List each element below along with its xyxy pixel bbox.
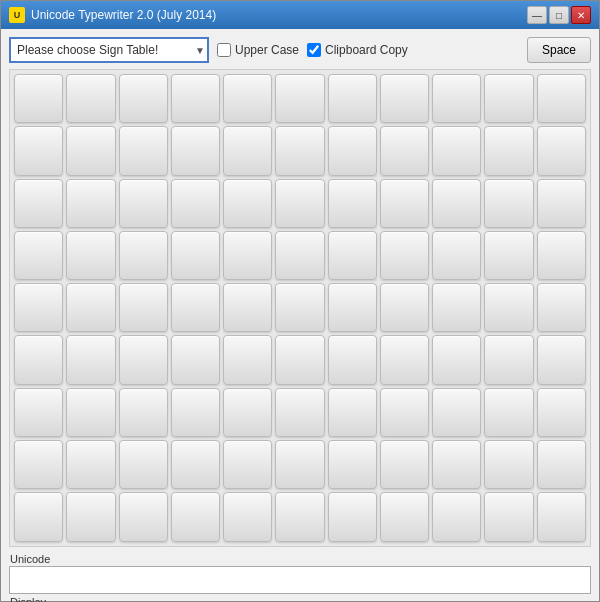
char-button[interactable] xyxy=(432,126,481,175)
char-button[interactable] xyxy=(432,388,481,437)
char-button[interactable] xyxy=(223,126,272,175)
uppercase-checkbox[interactable] xyxy=(217,43,231,57)
char-button[interactable] xyxy=(537,335,586,384)
char-button[interactable] xyxy=(171,388,220,437)
char-button[interactable] xyxy=(432,492,481,541)
char-button[interactable] xyxy=(432,231,481,280)
char-button[interactable] xyxy=(119,440,168,489)
char-button[interactable] xyxy=(119,492,168,541)
char-button[interactable] xyxy=(275,231,324,280)
char-button[interactable] xyxy=(14,388,63,437)
char-button[interactable] xyxy=(223,335,272,384)
char-button[interactable] xyxy=(275,283,324,332)
char-button[interactable] xyxy=(119,231,168,280)
char-button[interactable] xyxy=(484,492,533,541)
char-button[interactable] xyxy=(484,74,533,123)
char-button[interactable] xyxy=(223,283,272,332)
char-button[interactable] xyxy=(380,335,429,384)
char-button[interactable] xyxy=(380,492,429,541)
char-button[interactable] xyxy=(537,179,586,228)
char-button[interactable] xyxy=(537,231,586,280)
char-button[interactable] xyxy=(328,335,377,384)
char-button[interactable] xyxy=(328,126,377,175)
char-button[interactable] xyxy=(328,440,377,489)
char-button[interactable] xyxy=(432,179,481,228)
char-button[interactable] xyxy=(223,74,272,123)
char-button[interactable] xyxy=(171,231,220,280)
char-button[interactable] xyxy=(223,440,272,489)
char-button[interactable] xyxy=(432,335,481,384)
char-button[interactable] xyxy=(484,231,533,280)
char-button[interactable] xyxy=(119,74,168,123)
char-button[interactable] xyxy=(484,283,533,332)
char-button[interactable] xyxy=(328,179,377,228)
char-button[interactable] xyxy=(14,231,63,280)
char-button[interactable] xyxy=(223,231,272,280)
char-button[interactable] xyxy=(537,440,586,489)
char-button[interactable] xyxy=(171,126,220,175)
char-button[interactable] xyxy=(328,231,377,280)
char-button[interactable] xyxy=(66,388,115,437)
char-button[interactable] xyxy=(537,283,586,332)
char-button[interactable] xyxy=(380,440,429,489)
minimize-button[interactable]: — xyxy=(527,6,547,24)
char-button[interactable] xyxy=(119,179,168,228)
char-button[interactable] xyxy=(484,335,533,384)
char-button[interactable] xyxy=(275,388,324,437)
char-button[interactable] xyxy=(66,179,115,228)
close-button[interactable]: ✕ xyxy=(571,6,591,24)
char-button[interactable] xyxy=(432,283,481,332)
sign-table-select[interactable]: Please choose Sign Table! xyxy=(9,37,209,63)
char-button[interactable] xyxy=(275,335,324,384)
char-button[interactable] xyxy=(380,283,429,332)
char-button[interactable] xyxy=(380,179,429,228)
char-button[interactable] xyxy=(66,440,115,489)
char-button[interactable] xyxy=(66,492,115,541)
char-button[interactable] xyxy=(14,74,63,123)
char-button[interactable] xyxy=(484,440,533,489)
char-button[interactable] xyxy=(66,231,115,280)
char-button[interactable] xyxy=(537,126,586,175)
clipboard-copy-checkbox[interactable] xyxy=(307,43,321,57)
char-button[interactable] xyxy=(171,74,220,123)
char-button[interactable] xyxy=(432,74,481,123)
char-button[interactable] xyxy=(484,179,533,228)
char-button[interactable] xyxy=(484,126,533,175)
char-button[interactable] xyxy=(537,492,586,541)
char-button[interactable] xyxy=(171,492,220,541)
char-button[interactable] xyxy=(171,440,220,489)
char-button[interactable] xyxy=(119,283,168,332)
char-button[interactable] xyxy=(119,126,168,175)
char-button[interactable] xyxy=(328,492,377,541)
char-button[interactable] xyxy=(275,440,324,489)
char-button[interactable] xyxy=(223,388,272,437)
char-button[interactable] xyxy=(66,283,115,332)
char-button[interactable] xyxy=(328,74,377,123)
char-button[interactable] xyxy=(432,440,481,489)
char-button[interactable] xyxy=(537,74,586,123)
char-button[interactable] xyxy=(328,283,377,332)
maximize-button[interactable]: □ xyxy=(549,6,569,24)
char-button[interactable] xyxy=(66,74,115,123)
char-button[interactable] xyxy=(14,492,63,541)
char-button[interactable] xyxy=(14,179,63,228)
char-button[interactable] xyxy=(223,179,272,228)
char-button[interactable] xyxy=(119,388,168,437)
char-button[interactable] xyxy=(171,179,220,228)
char-button[interactable] xyxy=(380,126,429,175)
char-button[interactable] xyxy=(380,388,429,437)
char-button[interactable] xyxy=(484,388,533,437)
space-button[interactable]: Space xyxy=(527,37,591,63)
char-button[interactable] xyxy=(328,388,377,437)
char-button[interactable] xyxy=(14,440,63,489)
char-button[interactable] xyxy=(14,335,63,384)
char-button[interactable] xyxy=(275,179,324,228)
char-button[interactable] xyxy=(380,231,429,280)
unicode-input[interactable] xyxy=(9,566,591,594)
char-button[interactable] xyxy=(275,492,324,541)
char-button[interactable] xyxy=(14,283,63,332)
char-button[interactable] xyxy=(275,126,324,175)
char-button[interactable] xyxy=(171,335,220,384)
char-button[interactable] xyxy=(119,335,168,384)
char-button[interactable] xyxy=(66,126,115,175)
